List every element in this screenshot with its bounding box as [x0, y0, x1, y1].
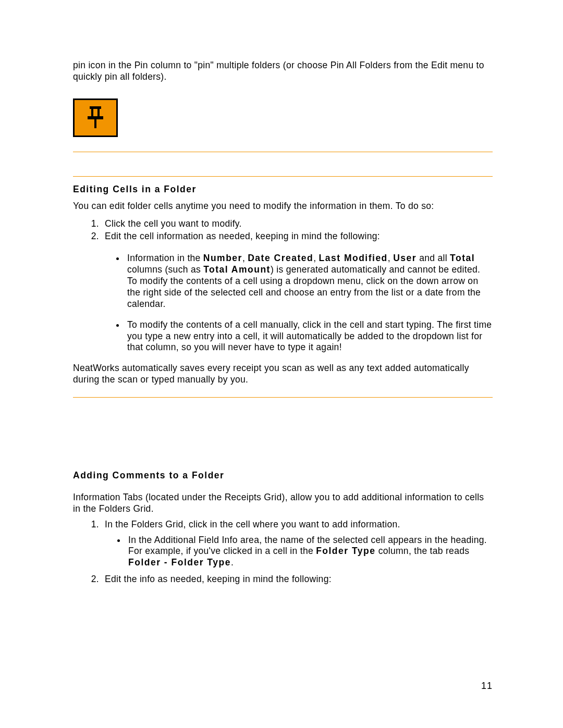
step-item: In the Folders Grid, click in the cell w… [102, 519, 493, 530]
bold-text: Total Amount [203, 264, 271, 275]
document-page: pin icon in the Pin column to "pin" mult… [0, 0, 563, 728]
text: and all [417, 253, 450, 263]
bold-text: Folder - Folder Type [128, 557, 231, 567]
bold-text: Last Modified [319, 253, 388, 263]
pin-icon [87, 106, 104, 129]
section2-steps-a: In the Folders Grid, click in the cell w… [73, 519, 493, 530]
section1-outro: NeatWorks automatically saves every rece… [73, 363, 493, 386]
section1-bullets: Information in the Number, Date Created,… [73, 253, 493, 353]
text: , [313, 253, 319, 263]
text: , [388, 253, 393, 263]
page-number: 11 [481, 680, 493, 692]
svg-rect-1 [91, 109, 93, 116]
bold-text: User [393, 253, 417, 263]
text: Information in the [127, 253, 203, 263]
bullet-item: Information in the Number, Date Created,… [125, 253, 493, 310]
divider [73, 176, 493, 177]
section2-steps-b: Edit the info as needed, keeping in mind… [73, 574, 493, 585]
svg-rect-3 [88, 116, 103, 119]
text: , [242, 253, 248, 263]
step-item: Edit the cell information as needed, kee… [102, 231, 493, 242]
bullet-item: To modify the contents of a cell manuall… [125, 319, 493, 354]
bold-text: Total [450, 253, 475, 263]
section-heading-editing: Editing Cells in a Folder [73, 184, 493, 195]
svg-rect-0 [90, 106, 101, 109]
svg-rect-4 [94, 119, 96, 128]
text: columns (such as [127, 264, 203, 275]
section1-steps: Click the cell you want to modify. Edit … [73, 218, 493, 243]
bold-text: Date Created [248, 253, 313, 263]
section2-subbullets: In the Additional Field Info area, the n… [73, 535, 493, 569]
section2-intro: Information Tabs (located under the Rece… [73, 492, 493, 515]
bullet-item: In the Additional Field Info area, the n… [126, 535, 493, 569]
section1-intro: You can edit folder cells anytime you ne… [73, 201, 493, 212]
bold-text: Folder Type [316, 546, 375, 556]
step-item: Edit the info as needed, keeping in mind… [102, 574, 493, 585]
intro-paragraph: pin icon in the Pin column to "pin" mult… [73, 60, 493, 83]
text: column, the tab reads [376, 546, 470, 556]
svg-rect-2 [97, 109, 100, 116]
bold-text: Number [203, 253, 242, 263]
section-heading-comments: Adding Comments to a Folder [73, 470, 493, 482]
pin-icon-box [73, 98, 118, 137]
text: . [231, 557, 234, 567]
step-item: Click the cell you want to modify. [102, 218, 493, 230]
